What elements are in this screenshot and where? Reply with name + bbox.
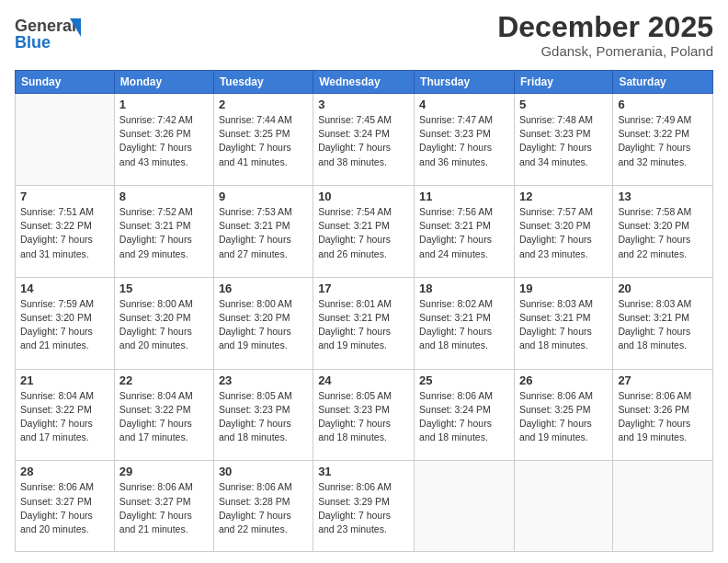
- svg-text:Blue: Blue: [15, 33, 51, 52]
- day-info: Sunrise: 8:06 AM Sunset: 3:25 PM Dayligh…: [519, 389, 608, 445]
- day-number: 29: [119, 465, 209, 478]
- day-info: Sunrise: 8:04 AM Sunset: 3:22 PM Dayligh…: [119, 389, 209, 445]
- day-number: 24: [318, 373, 409, 387]
- calendar-cell: 27Sunrise: 8:06 AM Sunset: 3:26 PM Dayli…: [613, 369, 713, 461]
- calendar-cell: 9Sunrise: 7:53 AM Sunset: 3:21 PM Daylig…: [213, 185, 313, 277]
- day-number: 6: [618, 98, 708, 111]
- calendar-cell: 22Sunrise: 8:04 AM Sunset: 3:22 PM Dayli…: [114, 369, 213, 461]
- day-info: Sunrise: 7:53 AM Sunset: 3:21 PM Dayligh…: [219, 205, 308, 261]
- calendar-cell: 24Sunrise: 8:05 AM Sunset: 3:23 PM Dayli…: [313, 369, 415, 461]
- calendar-cell: 11Sunrise: 7:56 AM Sunset: 3:21 PM Dayli…: [415, 185, 515, 277]
- day-number: 12: [519, 190, 608, 203]
- day-info: Sunrise: 8:01 AM Sunset: 3:21 PM Dayligh…: [318, 297, 409, 353]
- day-number: 19: [519, 282, 608, 295]
- day-info: Sunrise: 8:02 AM Sunset: 3:21 PM Dayligh…: [419, 297, 509, 353]
- day-number: 20: [618, 282, 708, 295]
- day-number: 27: [618, 373, 708, 387]
- day-info: Sunrise: 7:51 AM Sunset: 3:22 PM Dayligh…: [20, 205, 109, 261]
- day-number: 2: [219, 98, 308, 111]
- day-number: 28: [20, 465, 109, 478]
- calendar-week-row: 1Sunrise: 7:42 AM Sunset: 3:26 PM Daylig…: [16, 94, 713, 186]
- calendar-cell: 19Sunrise: 8:03 AM Sunset: 3:21 PM Dayli…: [514, 277, 612, 369]
- calendar-cell: 30Sunrise: 8:06 AM Sunset: 3:28 PM Dayli…: [213, 461, 313, 552]
- day-info: Sunrise: 8:05 AM Sunset: 3:23 PM Dayligh…: [219, 389, 308, 445]
- day-number: 30: [219, 465, 308, 478]
- calendar-cell: 18Sunrise: 8:02 AM Sunset: 3:21 PM Dayli…: [415, 277, 515, 369]
- day-number: 18: [419, 282, 509, 295]
- calendar-cell: 17Sunrise: 8:01 AM Sunset: 3:21 PM Dayli…: [313, 277, 415, 369]
- calendar-cell: 25Sunrise: 8:06 AM Sunset: 3:24 PM Dayli…: [415, 369, 515, 461]
- logo: General Blue: [15, 11, 97, 61]
- day-info: Sunrise: 7:45 AM Sunset: 3:24 PM Dayligh…: [318, 113, 409, 169]
- day-info: Sunrise: 7:57 AM Sunset: 3:20 PM Dayligh…: [519, 205, 608, 261]
- day-number: 17: [318, 282, 409, 295]
- calendar-cell: 12Sunrise: 7:57 AM Sunset: 3:20 PM Dayli…: [514, 185, 612, 277]
- calendar-cell: 28Sunrise: 8:06 AM Sunset: 3:27 PM Dayli…: [16, 461, 115, 552]
- logo-svg: General Blue: [15, 11, 97, 57]
- day-info: Sunrise: 8:00 AM Sunset: 3:20 PM Dayligh…: [119, 297, 209, 353]
- subtitle: Gdansk, Pomerania, Poland: [497, 43, 713, 59]
- calendar-cell: 23Sunrise: 8:05 AM Sunset: 3:23 PM Dayli…: [213, 369, 313, 461]
- day-number: 16: [219, 282, 308, 295]
- day-number: 7: [20, 190, 109, 203]
- day-number: 26: [519, 373, 608, 387]
- day-number: 21: [20, 373, 109, 387]
- day-info: Sunrise: 8:03 AM Sunset: 3:21 PM Dayligh…: [519, 297, 608, 353]
- day-number: 9: [219, 190, 308, 203]
- day-info: Sunrise: 7:44 AM Sunset: 3:25 PM Dayligh…: [219, 113, 308, 169]
- calendar-week-row: 7Sunrise: 7:51 AM Sunset: 3:22 PM Daylig…: [16, 185, 713, 277]
- header-thursday: Thursday: [415, 71, 515, 94]
- day-info: Sunrise: 7:52 AM Sunset: 3:21 PM Dayligh…: [119, 205, 209, 261]
- calendar-cell: 29Sunrise: 8:06 AM Sunset: 3:27 PM Dayli…: [114, 461, 213, 552]
- svg-text:General: General: [15, 17, 76, 35]
- day-info: Sunrise: 8:06 AM Sunset: 3:27 PM Dayligh…: [119, 480, 209, 536]
- day-info: Sunrise: 8:04 AM Sunset: 3:22 PM Dayligh…: [20, 389, 109, 445]
- calendar-cell: 5Sunrise: 7:48 AM Sunset: 3:23 PM Daylig…: [514, 94, 612, 186]
- weekday-header-row: Sunday Monday Tuesday Wednesday Thursday…: [16, 71, 713, 94]
- calendar-cell: 10Sunrise: 7:54 AM Sunset: 3:21 PM Dayli…: [313, 185, 415, 277]
- calendar-cell: 6Sunrise: 7:49 AM Sunset: 3:22 PM Daylig…: [613, 94, 713, 186]
- day-info: Sunrise: 8:06 AM Sunset: 3:24 PM Dayligh…: [419, 389, 509, 445]
- calendar-week-row: 28Sunrise: 8:06 AM Sunset: 3:27 PM Dayli…: [16, 461, 713, 552]
- day-info: Sunrise: 7:58 AM Sunset: 3:20 PM Dayligh…: [618, 205, 708, 261]
- day-info: Sunrise: 7:56 AM Sunset: 3:21 PM Dayligh…: [419, 205, 509, 261]
- day-number: 1: [119, 98, 209, 111]
- day-info: Sunrise: 8:06 AM Sunset: 3:27 PM Dayligh…: [20, 480, 109, 536]
- calendar-cell: 2Sunrise: 7:44 AM Sunset: 3:25 PM Daylig…: [213, 94, 313, 186]
- day-info: Sunrise: 8:06 AM Sunset: 3:28 PM Dayligh…: [219, 480, 308, 536]
- day-info: Sunrise: 7:47 AM Sunset: 3:23 PM Dayligh…: [419, 113, 509, 169]
- day-number: 11: [419, 190, 509, 203]
- day-number: 10: [318, 190, 409, 203]
- day-number: 8: [119, 190, 209, 203]
- day-info: Sunrise: 7:54 AM Sunset: 3:21 PM Dayligh…: [318, 205, 409, 261]
- calendar-cell: 21Sunrise: 8:04 AM Sunset: 3:22 PM Dayli…: [16, 369, 115, 461]
- day-info: Sunrise: 7:48 AM Sunset: 3:23 PM Dayligh…: [519, 113, 608, 169]
- calendar-cell: 13Sunrise: 7:58 AM Sunset: 3:20 PM Dayli…: [613, 185, 713, 277]
- calendar-cell: 1Sunrise: 7:42 AM Sunset: 3:26 PM Daylig…: [114, 94, 213, 186]
- calendar-cell: 3Sunrise: 7:45 AM Sunset: 3:24 PM Daylig…: [313, 94, 415, 186]
- title-block: December 2025 Gdansk, Pomerania, Poland: [497, 11, 713, 59]
- day-number: 31: [318, 465, 409, 478]
- day-number: 23: [219, 373, 308, 387]
- calendar-week-row: 21Sunrise: 8:04 AM Sunset: 3:22 PM Dayli…: [16, 369, 713, 461]
- header: General Blue December 2025 Gdansk, Pomer…: [15, 11, 713, 61]
- calendar-week-row: 14Sunrise: 7:59 AM Sunset: 3:20 PM Dayli…: [16, 277, 713, 369]
- calendar-cell: 26Sunrise: 8:06 AM Sunset: 3:25 PM Dayli…: [514, 369, 612, 461]
- header-tuesday: Tuesday: [213, 71, 313, 94]
- header-wednesday: Wednesday: [313, 71, 415, 94]
- day-info: Sunrise: 7:42 AM Sunset: 3:26 PM Dayligh…: [119, 113, 209, 169]
- month-title: December 2025: [497, 11, 713, 43]
- calendar-cell: [16, 94, 115, 186]
- day-number: 15: [119, 282, 209, 295]
- page: General Blue December 2025 Gdansk, Pomer…: [0, 0, 728, 563]
- calendar-cell: 4Sunrise: 7:47 AM Sunset: 3:23 PM Daylig…: [415, 94, 515, 186]
- day-info: Sunrise: 8:03 AM Sunset: 3:21 PM Dayligh…: [618, 297, 708, 353]
- day-info: Sunrise: 8:06 AM Sunset: 3:29 PM Dayligh…: [318, 480, 409, 536]
- day-info: Sunrise: 8:00 AM Sunset: 3:20 PM Dayligh…: [219, 297, 308, 353]
- day-number: 5: [519, 98, 608, 111]
- day-info: Sunrise: 8:05 AM Sunset: 3:23 PM Dayligh…: [318, 389, 409, 445]
- day-number: 4: [419, 98, 509, 111]
- header-monday: Monday: [114, 71, 213, 94]
- day-info: Sunrise: 7:49 AM Sunset: 3:22 PM Dayligh…: [618, 113, 708, 169]
- day-info: Sunrise: 8:06 AM Sunset: 3:26 PM Dayligh…: [618, 389, 708, 445]
